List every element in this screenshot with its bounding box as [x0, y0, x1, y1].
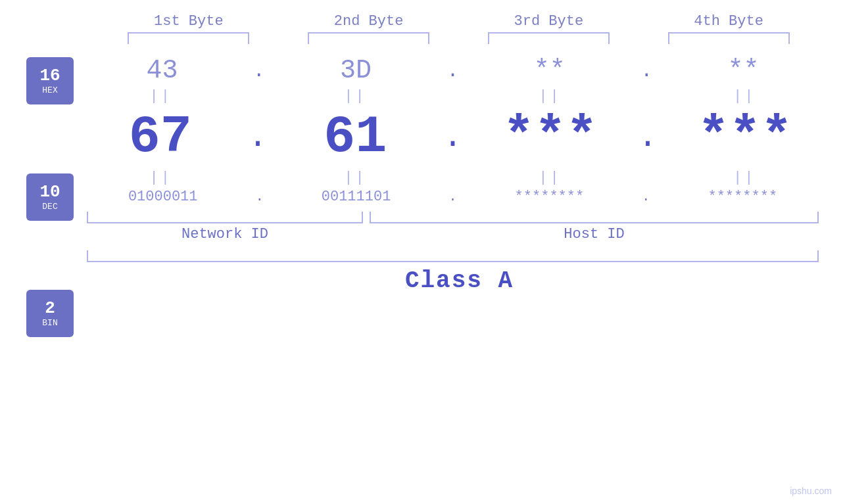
host-bracket: [370, 212, 819, 223]
eq2-b1: ||: [100, 170, 222, 186]
outer-bracket: [87, 250, 819, 262]
equals-row-2: || || || ||: [87, 170, 832, 186]
top-bracket-1: [128, 32, 249, 44]
hex-badge-number: 16: [39, 66, 60, 85]
bin-b2: 00111101: [295, 189, 417, 205]
eq1-b1: ||: [100, 88, 222, 104]
hex-row: 43 . 3D . ** . **: [87, 56, 832, 85]
dec-badge-number: 10: [39, 183, 60, 202]
bin-b4: ********: [682, 189, 804, 205]
equals-row-1: || || || ||: [87, 88, 832, 104]
dec-badge-label: DEC: [42, 202, 57, 212]
eq2-b2: ||: [295, 170, 416, 186]
hex-b1: 43: [101, 56, 223, 85]
rows-area: 43 . 3D . ** . ** || || || || 67: [87, 51, 832, 370]
byte-headers: 1st Byte 2nd Byte 3rd Byte 4th Byte: [0, 13, 845, 30]
byte4-header: 4th Byte: [656, 13, 801, 30]
byte1-header: 1st Byte: [116, 13, 261, 30]
host-id-label: Host ID: [370, 226, 819, 242]
dec-dot-1: .: [248, 118, 268, 156]
top-bracket-2: [308, 32, 429, 44]
hex-dot-3: .: [640, 60, 652, 82]
eq2-b4: ||: [684, 170, 806, 186]
hex-dot-1: .: [253, 60, 265, 82]
dec-row: 67 . 61 . *** . ***: [87, 107, 832, 167]
sub-bracket-row: [87, 212, 832, 223]
class-label-row: Class A: [87, 267, 832, 294]
eq1-b2: ||: [295, 88, 416, 104]
main-content: 16 HEX 10 DEC 2 BIN 43 . 3D . ** . **: [0, 51, 845, 370]
hex-b2: 3D: [295, 56, 417, 85]
dec-b2: 61: [295, 107, 416, 167]
hex-badge: 16 HEX: [26, 57, 74, 104]
top-bracket-4: [668, 32, 790, 44]
eq1-b3: ||: [489, 88, 611, 104]
dec-b1: 67: [99, 107, 221, 167]
hex-dot-2: .: [447, 60, 458, 82]
hex-b4: **: [683, 56, 804, 85]
bin-dot-2: .: [448, 189, 456, 204]
dec-b3: ***: [489, 107, 611, 167]
badges-column: 16 HEX 10 DEC 2 BIN: [26, 57, 74, 370]
bin-dot-1: .: [256, 189, 264, 204]
bracket-labels: Network ID Host ID: [87, 226, 832, 242]
eq2-b3: ||: [489, 170, 611, 186]
dec-dot-3: .: [638, 118, 658, 156]
hex-b3: **: [489, 56, 610, 85]
bin-row: 01000011 . 00111101 . ******** . *******…: [87, 189, 832, 205]
dec-dot-2: .: [443, 118, 462, 156]
bin-b1: 01000011: [102, 189, 224, 205]
dec-b4: ***: [685, 107, 806, 167]
hex-badge-label: HEX: [42, 85, 57, 95]
network-id-label: Network ID: [87, 226, 363, 242]
bin-badge: 2 BIN: [26, 290, 74, 337]
main-container: 1st Byte 2nd Byte 3rd Byte 4th Byte 16 H…: [0, 0, 845, 504]
top-bracket-3: [488, 32, 610, 44]
dec-badge: 10 DEC: [26, 173, 74, 221]
eq1-b4: ||: [684, 88, 806, 104]
byte3-header: 3rd Byte: [476, 13, 621, 30]
outer-bracket-container: [87, 250, 832, 262]
byte2-header: 2nd Byte: [297, 13, 441, 30]
network-bracket: [87, 212, 363, 223]
bin-badge-number: 2: [45, 299, 55, 318]
watermark: ipshu.com: [790, 486, 832, 496]
bin-badge-label: BIN: [42, 318, 57, 328]
bin-b3: ********: [489, 189, 610, 205]
top-bracket-row: [0, 32, 845, 44]
bin-dot-3: .: [642, 189, 650, 204]
class-label: Class A: [405, 267, 514, 294]
